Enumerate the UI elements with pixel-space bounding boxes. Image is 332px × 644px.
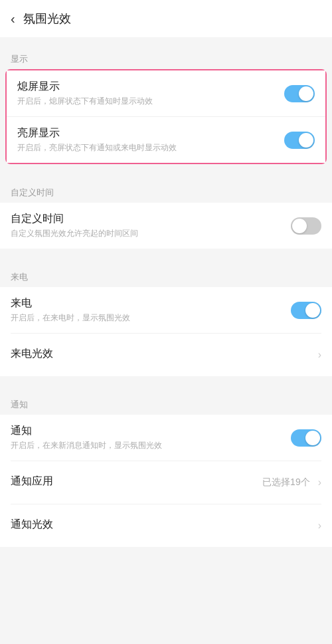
incoming-call-section-card: 来电 开启后，在来电时，显示氛围光效 来电光效 › — [0, 287, 332, 376]
screen-on-display-desc: 开启后，亮屏状态下有通知或来电时显示动效 — [17, 142, 276, 154]
screen-off-display-row[interactable]: 熄屏显示 开启后，熄屏状态下有通知时显示动效 — [7, 70, 325, 116]
notification-apps-right: 已选择19个 › — [262, 477, 321, 488]
screen-on-display-text: 亮屏显示 开启后，亮屏状态下有通知或来电时显示动效 — [17, 126, 276, 154]
notification-effect-text: 通知光效 — [11, 518, 313, 534]
screen-off-display-title: 熄屏显示 — [17, 80, 276, 94]
back-button[interactable]: ‹ — [11, 11, 15, 27]
incoming-call-toggle-knob — [305, 303, 320, 318]
section-label-incoming-call: 来电 — [0, 262, 332, 287]
screen-on-display-row[interactable]: 亮屏显示 开启后，亮屏状态下有通知或来电时显示动效 — [7, 116, 325, 163]
display-section-card: 熄屏显示 开启后，熄屏状态下有通知时显示动效 亮屏显示 开启后，亮屏状态下有通知… — [5, 69, 327, 164]
incoming-call-toggle[interactable] — [291, 302, 321, 319]
incoming-call-text: 来电 开启后，在来电时，显示氛围光效 — [11, 296, 283, 324]
incoming-call-effect-title: 来电光效 — [11, 347, 313, 361]
notification-toggle-title: 通知 — [11, 424, 283, 438]
custom-time-section-card: 自定义时间 自定义氛围光效允许亮起的时间区间 — [0, 203, 332, 249]
notification-apps-title: 通知应用 — [11, 475, 262, 488]
notification-effect-chevron: › — [318, 520, 321, 532]
notification-apps-chevron: › — [318, 477, 321, 488]
custom-time-row[interactable]: 自定义时间 自定义氛围光效允许亮起的时间区间 — [0, 203, 332, 249]
screen-on-display-toggle[interactable] — [284, 132, 315, 149]
section-label-display: 显示 — [0, 44, 332, 69]
notification-toggle[interactable] — [291, 429, 321, 447]
custom-time-text: 自定义时间 自定义氛围光效允许亮起的时间区间 — [11, 212, 283, 239]
custom-time-toggle-knob — [292, 219, 307, 233]
incoming-call-desc: 开启后，在来电时，显示氛围光效 — [11, 312, 283, 324]
screen-on-display-title: 亮屏显示 — [17, 126, 276, 140]
notification-toggle-desc: 开启后，在来新消息通知时，显示氛围光效 — [11, 440, 283, 451]
custom-time-toggle[interactable] — [291, 217, 321, 235]
screen-off-display-desc: 开启后，熄屏状态下有通知时显示动效 — [17, 96, 276, 107]
page-title: 氛围光效 — [23, 11, 71, 27]
incoming-call-effect-text: 来电光效 — [11, 347, 313, 363]
notification-apps-text: 通知应用 — [11, 475, 262, 490]
incoming-call-title: 来电 — [11, 296, 283, 310]
screen-on-toggle-knob — [299, 133, 313, 148]
custom-time-title: 自定义时间 — [11, 212, 283, 226]
notification-toggle-row[interactable]: 通知 开启后，在来新消息通知时，显示氛围光效 — [0, 415, 332, 461]
incoming-call-row[interactable]: 来电 开启后，在来电时，显示氛围光效 — [0, 287, 332, 333]
section-label-custom-time: 自定义时间 — [0, 177, 332, 203]
notification-effect-title: 通知光效 — [11, 518, 313, 532]
notification-toggle-text: 通知 开启后，在来新消息通知时，显示氛围光效 — [11, 424, 283, 451]
notification-toggle-knob — [305, 431, 320, 445]
notification-effect-row[interactable]: 通知光效 › — [0, 504, 332, 547]
screen-off-display-text: 熄屏显示 开启后，熄屏状态下有通知时显示动效 — [17, 80, 276, 107]
incoming-call-effect-row[interactable]: 来电光效 › — [0, 334, 332, 376]
notification-section-card: 通知 开启后，在来新消息通知时，显示氛围光效 通知应用 已选择19个 › 通知光… — [0, 415, 332, 547]
notification-apps-row[interactable]: 通知应用 已选择19个 › — [0, 461, 332, 504]
notification-apps-value: 已选择19个 — [262, 477, 310, 488]
screen-off-display-toggle[interactable] — [284, 85, 315, 102]
section-label-notification: 通知 — [0, 389, 332, 415]
screen-off-toggle-knob — [299, 86, 313, 101]
incoming-call-effect-chevron: › — [318, 349, 321, 361]
custom-time-desc: 自定义氛围光效允许亮起的时间区间 — [11, 228, 283, 239]
header: ‹ 氛围光效 — [0, 0, 332, 37]
